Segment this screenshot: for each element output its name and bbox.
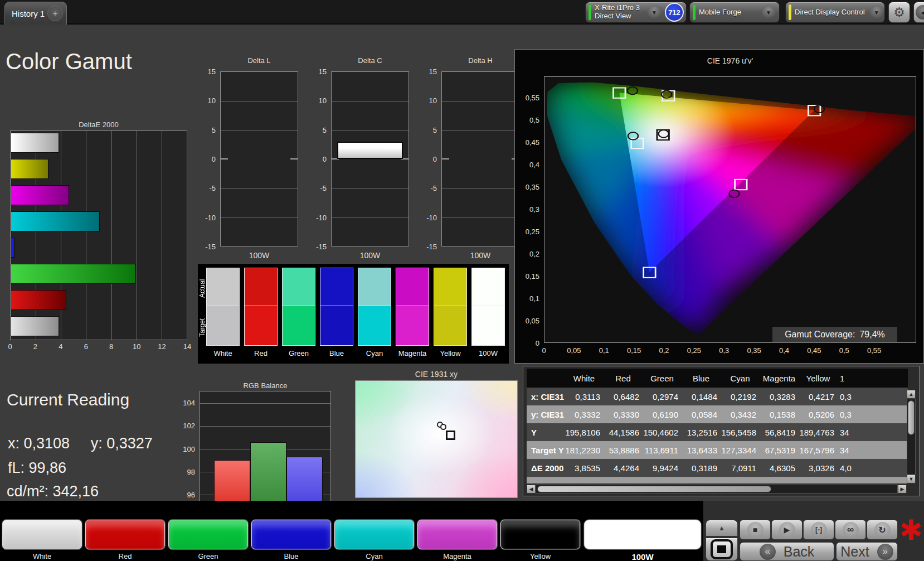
axis-tick-label: -10: [426, 213, 437, 221]
delta-l-y-axis: 151050-5-10-15: [198, 71, 218, 246]
gear-icon[interactable]: ⚙: [888, 2, 910, 23]
chevron-down-icon[interactable]: ▼: [647, 5, 662, 20]
table-cell: 195,8106: [565, 428, 604, 437]
deltae-bar-magenta: [11, 185, 69, 205]
axis-tick-label: 14: [183, 342, 191, 351]
table-cell: 3,0326: [799, 463, 838, 473]
deltae2000-chart-title: DeltaE 2000: [10, 120, 187, 129]
axis-tick-label: 100: [183, 444, 195, 453]
chevron-up-icon[interactable]: ▲: [706, 520, 738, 536]
table-cell: 0,3330: [604, 410, 643, 419]
table-cell: 4,4264: [604, 463, 643, 473]
patch-button-white[interactable]: [2, 520, 82, 549]
deltae-bar-yellow: [11, 159, 48, 179]
axis-tick-label: 4: [59, 342, 62, 351]
cie1976-chart-title: CIE 1976 u'v': [544, 56, 916, 65]
delta-h-y-axis: 151050-5-10-15: [419, 71, 439, 246]
patch-button-yellow[interactable]: [500, 520, 580, 549]
table-cell: 0,6190: [643, 410, 682, 419]
axis-tick-label: -10: [316, 213, 327, 221]
next-button[interactable]: Next »: [836, 542, 898, 561]
actual-swatch: [320, 268, 353, 306]
refresh-button[interactable]: ↻: [867, 520, 898, 540]
chevron-double-right-icon: »: [877, 544, 893, 560]
calibration-app: History 1 + X-Rite i1Pro 3Direct View ▼ …: [0, 0, 924, 561]
display-control-dropdown[interactable]: Direct Display Control ▼: [785, 2, 885, 23]
target-row-label: Target: [198, 308, 206, 346]
actual-swatch: [396, 268, 429, 306]
patch-compare-label: Blue: [320, 346, 353, 360]
axis-tick-label: 0,5: [529, 116, 539, 124]
table-vertical-scroll-thumb[interactable]: [908, 400, 915, 435]
source-dropdown[interactable]: Mobile Forge ▼: [689, 2, 780, 23]
table-row-label: Y: [527, 428, 565, 437]
patch-compare-label: Red: [244, 346, 278, 360]
continuous-measure-button[interactable]: ∞: [835, 520, 866, 540]
table-scroll-up-button[interactable]: ▲: [907, 390, 916, 399]
patch-window-button[interactable]: [706, 538, 738, 561]
deltae-bar-100w: [11, 316, 59, 336]
axis-tick-label: 0,35: [526, 183, 539, 191]
patch-button-green[interactable]: [168, 520, 248, 549]
table-cell: 0,1484: [682, 392, 721, 402]
patch-button-cyan[interactable]: [334, 520, 414, 549]
patch-button-red[interactable]: [85, 520, 165, 549]
delta-bar: [337, 142, 403, 159]
chevron-down-icon[interactable]: ▼: [761, 5, 776, 20]
patch-compare-column-yellow: Yellow: [434, 268, 467, 362]
back-button-label: Back: [784, 544, 815, 560]
axis-tick-label: 0,1: [599, 346, 609, 355]
axis-tick-label: 0,15: [526, 272, 539, 280]
top-bar: History 1 + X-Rite i1Pro 3Direct View ▼ …: [0, 0, 924, 25]
deltae-bar-blue: [11, 238, 14, 258]
measurement-table-panel: WhiteRedGreenBlueCyanMagentaYellow1 x: C…: [523, 366, 920, 496]
back-button[interactable]: « Back: [740, 542, 834, 561]
table-horizontal-scroll-thumb[interactable]: [537, 486, 771, 492]
table-scroll-down-button[interactable]: ▼: [907, 475, 916, 483]
patch-button-100w-selected[interactable]: [584, 520, 701, 549]
gridline: [332, 217, 408, 217]
chevron-down-icon[interactable]: ▼: [869, 5, 884, 20]
patch-compare-columns: WhiteRedGreenBlueCyanMagentaYellow100W: [206, 268, 505, 362]
axis-tick-label: 0: [212, 155, 216, 163]
stop-icon: ■: [747, 522, 763, 538]
measured-marker: [440, 424, 446, 430]
play-button[interactable]: ▶: [771, 520, 803, 540]
delta-h-x-label: 100W: [441, 251, 519, 260]
axis-tick-label: 0,2: [659, 346, 669, 355]
gamut-coverage-label: Gamut Coverage:: [785, 330, 855, 340]
table-scroll-left-button[interactable]: ◀: [527, 485, 536, 494]
target-swatch: [434, 306, 467, 346]
table-horizontal-scrollbar[interactable]: [536, 485, 898, 494]
table-cell: 34: [838, 446, 899, 455]
axis-tick-label: 0: [536, 339, 539, 347]
table-row-label: Target Y: [527, 446, 565, 455]
cie1931-chart-title: CIE 1931 xy: [355, 370, 518, 379]
table-vertical-scrollbar[interactable]: [907, 399, 916, 475]
patch-button-label: Yellow: [500, 552, 580, 561]
table-header-cell: Green: [643, 374, 682, 383]
table-cell: 156,5458: [721, 428, 760, 437]
delta-c-y-axis: 151050-5-10-15: [309, 71, 329, 246]
single-measure-button[interactable]: [-]: [803, 520, 834, 540]
table-cell: 0,3113: [565, 392, 604, 402]
add-tab-button[interactable]: +: [47, 6, 63, 21]
bottom-bar: WhiteRedGreenBlueCyanMagentaYellow100W ▲…: [0, 501, 924, 561]
collapse-panel-button[interactable]: ◀: [913, 2, 924, 23]
alert-asterisk-icon[interactable]: ✱: [898, 515, 924, 545]
meter-dropdown[interactable]: X-Rite i1Pro 3Direct View ▼ 712: [585, 2, 687, 23]
table-scroll-right-button[interactable]: ▶: [898, 485, 907, 494]
gridline: [221, 188, 298, 188]
tab-history-1[interactable]: History 1 +: [4, 2, 67, 25]
patch-button-label-selected: 100W: [584, 552, 701, 561]
patch-button-magenta[interactable]: [417, 520, 497, 549]
axis-tick-label: 2: [33, 342, 37, 351]
table-header-cell: Red: [604, 374, 643, 383]
stop-button[interactable]: ■: [740, 520, 771, 540]
actual-swatch: [206, 268, 240, 306]
patch-button-blue[interactable]: [251, 520, 331, 549]
table-header-cell: Blue: [682, 374, 721, 383]
table-header-cell: 1: [838, 374, 899, 383]
patch-compare-column-white: White: [206, 268, 240, 362]
delta-c-chart: [331, 71, 409, 246]
